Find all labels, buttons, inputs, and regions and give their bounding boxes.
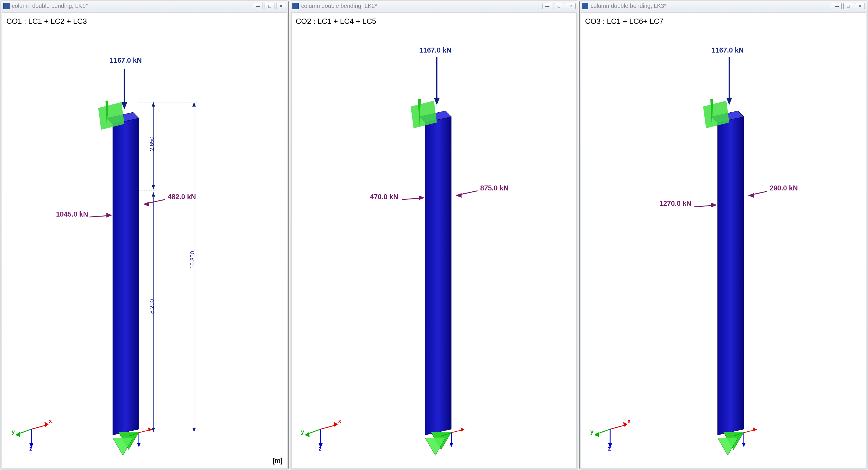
svg-marker-34: [137, 443, 141, 447]
titlebar-1[interactable]: column double bending, LK1* ― □ ✕: [1, 1, 288, 11]
app-icon: [3, 3, 9, 9]
dim-total: 10.850: [189, 251, 196, 269]
minimize-button[interactable]: ―: [253, 3, 263, 9]
dim-lower: 8.200: [149, 299, 155, 314]
app-icon: [582, 3, 588, 9]
svg-marker-7: [122, 102, 127, 110]
close-button[interactable]: ✕: [566, 3, 576, 9]
axis-x-label: x: [338, 418, 341, 424]
svg-marker-48: [334, 422, 338, 427]
unit-label: [m]: [273, 457, 282, 465]
svg-marker-14: [152, 185, 155, 189]
window-title: column double bending, LK1*: [12, 3, 253, 9]
svg-line-70: [610, 425, 626, 429]
svg-marker-17: [152, 428, 155, 432]
app-icon: [292, 3, 299, 9]
minimize-button[interactable]: ―: [832, 3, 842, 9]
svg-marker-20: [192, 428, 196, 432]
viewport-1[interactable]: CO1 : LC1 + LC2 + LC3: [2, 12, 287, 468]
minimize-button[interactable]: ―: [542, 3, 552, 9]
svg-marker-35: [425, 117, 452, 435]
left-load-label: 1045.0 kN: [56, 210, 88, 218]
titlebar-3[interactable]: column double bending, LK3* ― □ ✕: [580, 1, 867, 11]
window-title: column double bending, LK3*: [591, 3, 832, 9]
axis-y-label: y: [301, 429, 304, 435]
axis-z-label: z: [608, 445, 611, 452]
window-buttons: ― □ ✕: [253, 3, 286, 9]
svg-marker-42: [434, 98, 440, 105]
svg-marker-67: [711, 203, 717, 207]
svg-marker-65: [726, 98, 732, 105]
svg-line-47: [320, 425, 337, 429]
axis-z-label: z: [318, 445, 321, 452]
svg-marker-0: [113, 118, 139, 435]
column-render: [581, 13, 866, 468]
svg-marker-57: [450, 443, 453, 447]
svg-marker-46: [456, 193, 462, 198]
left-load-label: 1270.0 kN: [659, 200, 692, 208]
svg-marker-77: [753, 427, 756, 431]
maximize-button[interactable]: □: [843, 3, 853, 9]
svg-marker-31: [148, 427, 152, 431]
maximize-button[interactable]: □: [554, 3, 564, 9]
svg-marker-50: [305, 432, 310, 437]
svg-marker-25: [44, 422, 49, 427]
svg-marker-11: [143, 202, 149, 206]
column-render: [2, 13, 287, 468]
svg-marker-73: [594, 432, 599, 437]
axial-load-label: 1167.0 kN: [419, 46, 452, 54]
column-render: [291, 13, 576, 468]
window-buttons: ― □ ✕: [542, 3, 576, 9]
dim-upper: 2.650: [149, 137, 155, 151]
maximize-button[interactable]: □: [265, 3, 274, 9]
axis-z-label: z: [29, 445, 32, 452]
svg-marker-9: [106, 213, 112, 217]
axis-y-label: y: [590, 429, 594, 435]
window-title: column double bending, LK2*: [301, 3, 542, 9]
view-pane-2: column double bending, LK2* ― □ ✕ CO2 : …: [290, 1, 578, 469]
right-load-label: 482.0 kN: [168, 193, 196, 201]
left-load-label: 470.0 kN: [370, 193, 398, 201]
svg-marker-16: [152, 192, 155, 197]
right-load-label: 875.0 kN: [480, 184, 508, 192]
viewport-3[interactable]: CO3 : LC1 + LC6+ LC7: [581, 12, 866, 468]
svg-marker-27: [16, 432, 20, 437]
svg-marker-13: [152, 102, 155, 107]
axial-load-label: 1167.0 kN: [110, 56, 142, 64]
axis-x-label: x: [627, 418, 631, 424]
svg-marker-71: [623, 422, 627, 427]
svg-line-24: [31, 425, 47, 429]
close-button[interactable]: ✕: [276, 3, 286, 9]
svg-marker-69: [748, 193, 754, 198]
svg-marker-80: [742, 443, 745, 447]
viewport-2[interactable]: CO2 : LC1 + LC4 + LC5: [291, 12, 577, 468]
view-pane-1: column double bending, LK1* ― □ ✕ CO1 : …: [1, 1, 289, 469]
titlebar-2[interactable]: column double bending, LK2* ― □ ✕: [290, 1, 578, 11]
window-buttons: ― □ ✕: [832, 3, 865, 9]
view-pane-3: column double bending, LK3* ― □ ✕ CO3 : …: [579, 1, 867, 469]
close-button[interactable]: ✕: [855, 3, 865, 9]
axis-x-label: x: [49, 418, 52, 424]
axial-load-label: 1167.0 kN: [712, 46, 744, 54]
app-container: column double bending, LK1* ― □ ✕ CO1 : …: [0, 0, 868, 470]
axis-y-label: y: [11, 429, 15, 435]
svg-marker-58: [717, 117, 744, 435]
svg-marker-19: [192, 102, 196, 107]
right-load-label: 290.0 kN: [770, 184, 798, 192]
svg-marker-54: [461, 427, 464, 431]
svg-marker-44: [419, 195, 425, 200]
